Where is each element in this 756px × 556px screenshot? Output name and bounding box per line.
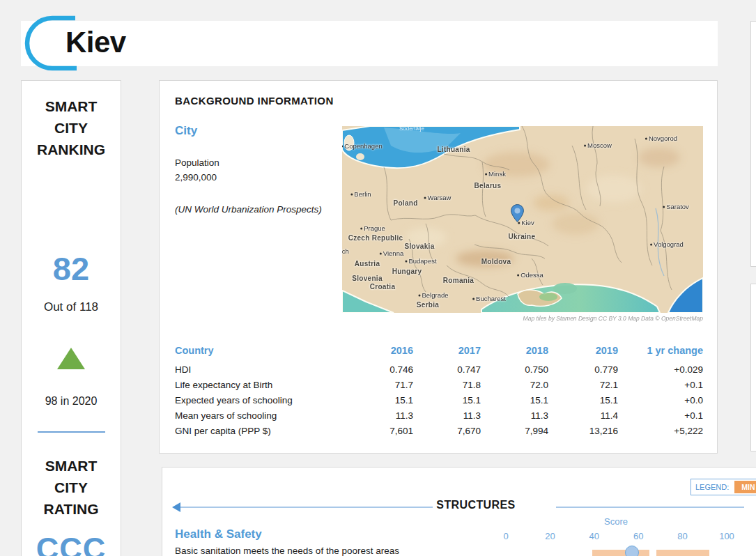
structures-section-title: STRUCTURES	[427, 499, 525, 511]
ranking-title: SMART CITY RANKING	[22, 95, 121, 160]
range-bar-2	[656, 550, 709, 556]
country-label: Hungary	[392, 268, 422, 275]
city-label: Copenhagen	[342, 142, 383, 150]
table-value-cell: 0.746	[349, 364, 413, 379]
country-label: Belarus	[475, 182, 502, 190]
city-label: Minsk	[485, 170, 506, 178]
country-table: Country20162017201820191 yr changeHDI0.7…	[175, 345, 703, 440]
city-label: Vienna	[380, 249, 403, 257]
city-logo-arc-icon	[14, 14, 80, 71]
structures-panel: LEGEND: MIN STRUCTURES Score 02040608010…	[162, 467, 756, 556]
right-cutoff-panel-bottom	[750, 284, 756, 451]
table-value-cell: 13,216	[548, 425, 618, 440]
legend-min-chip: MIN	[734, 481, 756, 493]
header-bar: Kiev	[21, 21, 718, 66]
table-header-cell: 2016	[349, 345, 413, 364]
table-value-cell: 11.3	[349, 410, 413, 425]
table-row-label: Mean years of schooling	[175, 410, 349, 425]
rank-trend	[22, 348, 121, 369]
population-source-note: (UN World Urbanization Prospects)	[175, 204, 322, 215]
score-bars-row	[506, 548, 727, 556]
table-header-cell: 2018	[481, 345, 548, 364]
kiev-map-pin-icon	[511, 204, 524, 222]
city-label: Prague	[360, 224, 385, 232]
table-value-cell: 15.1	[413, 394, 481, 410]
table-value-cell: 15.1	[548, 394, 618, 410]
table-value-cell: 11.4	[548, 410, 618, 425]
country-label: Croatia	[370, 283, 396, 291]
country-label: Romania	[443, 277, 474, 284]
city-label: Berlin	[350, 190, 371, 198]
country-label: Moldova	[481, 258, 511, 265]
rating-value: CCC	[22, 531, 121, 556]
table-header-cell: 1 yr change	[618, 345, 703, 364]
background-section-title: BACKGROUND INFORMATION	[175, 95, 334, 107]
axis-tick-label: 0	[503, 531, 508, 541]
table-value-cell: +0.1	[618, 410, 703, 425]
table-value-cell: 72.0	[481, 379, 548, 394]
indicator-text: Basic sanitation meets the needs of the …	[175, 546, 399, 556]
table-value-cell: 7,601	[349, 425, 413, 440]
map-attribution: Map tiles by Stamen Design CC BY 3.0 Map…	[342, 315, 703, 322]
table-value-cell: 0.750	[481, 364, 548, 379]
legend-box: LEGEND: MIN	[691, 479, 756, 495]
sidebar-divider	[38, 431, 105, 433]
score-axis: 020406080100	[506, 531, 727, 542]
table-value-cell: +0.0	[618, 394, 703, 410]
city-label: Belgrade	[418, 291, 448, 299]
table-value-cell: +0.1	[618, 379, 703, 394]
rating-title: SMART CITY RATING	[22, 455, 121, 520]
table-header-cell: 2017	[413, 345, 481, 364]
city-label: Södertälje	[399, 126, 424, 132]
axis-tick-label: 40	[589, 531, 599, 541]
city-label: Warsaw	[424, 194, 452, 201]
table-value-cell: 15.1	[481, 394, 548, 410]
table-header-cell: 2019	[548, 345, 618, 364]
country-label: Austria	[355, 260, 380, 268]
axis-tick-label: 60	[633, 531, 643, 541]
city-label: Moscow	[584, 141, 612, 149]
axis-tick-label: 20	[545, 531, 555, 541]
nav-line-right	[556, 507, 744, 508]
rank-value: 82	[22, 249, 121, 288]
table-value-cell: +5,222	[618, 425, 703, 440]
country-label: Slovenia	[352, 275, 383, 282]
country-label: Lithuania	[437, 146, 470, 153]
rank-total: Out of 118	[22, 300, 121, 314]
table-row-label: Life expectancy at Birth	[175, 379, 349, 394]
city-label: Munich	[342, 247, 349, 255]
country-label: Czech Republic	[348, 234, 403, 242]
table-value-cell: 0.747	[413, 364, 481, 379]
right-cutoff-panel-top	[750, 21, 756, 267]
score-axis-label: Score	[581, 516, 651, 527]
axis-tick-label: 80	[677, 531, 687, 541]
table-value-cell: 11.3	[413, 410, 481, 425]
city-label: Odessa	[517, 271, 543, 279]
range-bar-1	[592, 550, 649, 556]
previous-section-arrow-icon[interactable]	[172, 502, 180, 512]
sidebar-ranking-panel: SMART CITY RANKING 82 Out of 118 98 in 2…	[21, 80, 121, 556]
table-value-cell: +0.029	[618, 364, 703, 379]
table-row-label: GNI per capita (PPP $)	[175, 425, 349, 440]
country-label: Serbia	[417, 301, 439, 309]
axis-tick-label: 100	[719, 531, 734, 541]
city-label: Bucharest	[472, 295, 506, 302]
population-label: Population	[175, 157, 219, 168]
city-score-marker	[625, 546, 639, 556]
legend-label: LEGEND:	[691, 483, 729, 491]
country-label: Ukraine	[509, 233, 536, 240]
population-value: 2,990,000	[175, 172, 217, 183]
sea-of-azov	[553, 283, 577, 294]
table-value-cell: 71.8	[413, 379, 481, 394]
table-value-cell: 11.3	[481, 410, 548, 425]
denmark-isles	[356, 153, 364, 160]
region-map: SödertäljeCopenhagenLithuaniaMoscowNovgo…	[342, 126, 703, 313]
table-value-cell: 7,994	[481, 425, 548, 440]
table-row-label: Expected years of schooling	[175, 394, 349, 410]
table-value-cell: 71.7	[349, 379, 413, 394]
city-label: Novgorod	[645, 134, 677, 142]
trend-up-triangle-icon	[57, 348, 85, 369]
crimea-green	[539, 293, 557, 301]
table-value-cell: 15.1	[349, 394, 413, 410]
city-label: Saratov	[663, 203, 689, 210]
